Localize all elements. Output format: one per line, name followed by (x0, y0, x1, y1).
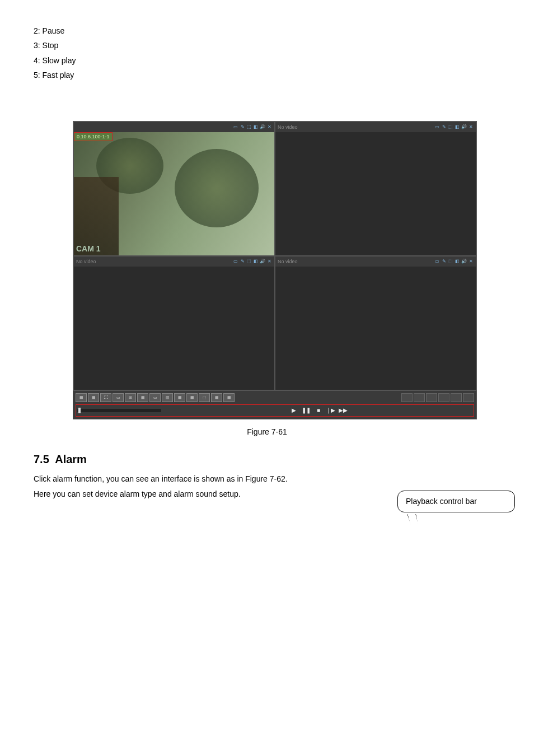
tool-icon[interactable]: ▭ (434, 124, 440, 130)
camera-label: CAM 1 (76, 244, 101, 253)
layout-preset-icon[interactable] (426, 393, 437, 402)
play-button[interactable]: ▶ (289, 406, 298, 415)
video-pane-1[interactable]: ▭ ✎ ⬚ ◧ 🔊 ✕ 0.10.6.100-1-1 (73, 122, 275, 256)
tool-icon[interactable]: ✎ (240, 259, 245, 264)
video-image (74, 132, 274, 255)
progress-knob[interactable] (78, 408, 81, 413)
layout-icon[interactable]: ▭ (113, 393, 124, 402)
pane-toolbar: ▭ ✎ ⬚ ◧ 🔊 ✕ (434, 124, 474, 130)
tool-icon[interactable]: ▭ (233, 259, 238, 264)
layout-icon[interactable]: ▦ (137, 393, 148, 402)
video-pane-4[interactable]: No video ▭ ✎ ⬚ ◧ 🔊 ✕ (275, 256, 476, 390)
layout-preset-icon[interactable] (401, 393, 413, 402)
ip-channel-label: 0.10.6.100-1-1 (74, 132, 113, 141)
video-pane-3[interactable]: No video ▭ ✎ ⬚ ◧ 🔊 ✕ (73, 256, 275, 390)
tool-icon[interactable]: 🔊 (260, 124, 265, 130)
tool-icon[interactable]: ⬚ (246, 259, 252, 264)
layout-preset-icon[interactable] (414, 393, 425, 402)
layout-icon[interactable]: ▥ (162, 393, 173, 402)
tool-icon[interactable]: 🔊 (260, 259, 265, 264)
pause-button[interactable]: ❚❚ (302, 406, 311, 415)
layout-icon[interactable]: ▦ (186, 393, 198, 402)
figure-caption: Figure 7-61 (34, 427, 500, 436)
body-paragraph: Click alarm function, you can see an int… (34, 473, 500, 486)
layout-icon[interactable]: ▦ (76, 393, 87, 402)
layout-icon[interactable]: ▦ (174, 393, 185, 402)
player-screenshot: ▭ ✎ ⬚ ◧ 🔊 ✕ 0.10.6.100-1-1 (73, 121, 477, 419)
tool-icon[interactable]: ▭ (233, 124, 238, 130)
close-icon[interactable]: ✕ (468, 259, 474, 264)
layout-preset-icon[interactable] (463, 393, 474, 402)
close-icon[interactable]: ✕ (468, 124, 474, 130)
video-pane-2[interactable]: No video ▭ ✎ ⬚ ◧ 🔊 ✕ (275, 122, 476, 256)
tool-icon[interactable]: ▭ (434, 259, 440, 264)
tool-icon[interactable]: ⬚ (448, 259, 453, 264)
tool-icon[interactable]: ⬚ (448, 124, 453, 130)
layout-icon[interactable]: ▭ (149, 393, 161, 402)
callout-text: Playback control bar (406, 497, 477, 506)
tool-icon[interactable]: ◧ (455, 124, 460, 130)
section-number: 7.5 (34, 453, 49, 465)
pane-toolbar: ▭ ✎ ⬚ ◧ 🔊 ✕ (233, 259, 272, 264)
list-item-pause: 2: Pause (34, 25, 500, 37)
tool-icon[interactable]: ✎ (441, 259, 447, 264)
pane-title: No video (278, 259, 434, 264)
tool-icon[interactable]: ◧ (253, 124, 259, 130)
section-heading: 7.5 Alarm (34, 453, 500, 466)
pane-title: No video (278, 124, 434, 130)
tool-icon[interactable]: 🔊 (461, 259, 467, 264)
pane-title: No video (76, 259, 233, 264)
list-item-slow: 4: Slow play (34, 54, 500, 67)
layout-preset-icon[interactable] (438, 393, 449, 402)
layout-icon[interactable]: ⛶ (100, 393, 111, 402)
close-icon[interactable]: ✕ (266, 124, 272, 130)
stop-button[interactable]: ■ (314, 406, 323, 415)
progress-slider[interactable] (77, 409, 161, 412)
slow-play-button[interactable]: ❘▶ (326, 406, 335, 415)
close-icon[interactable]: ✕ (266, 259, 272, 264)
fast-play-button[interactable]: ▶▶ (339, 406, 348, 415)
layout-preset-icon[interactable] (451, 393, 462, 402)
tool-icon[interactable]: ◧ (455, 259, 460, 264)
tool-icon[interactable]: ⬚ (246, 124, 252, 130)
layout-icon[interactable]: ▦ (211, 393, 222, 402)
layout-icon[interactable]: ⬚ (199, 393, 210, 402)
tool-icon[interactable]: ✎ (441, 124, 447, 130)
bottom-bar: ▦ ▦ ⛶ ▭ ⊞ ▦ ▭ ▥ ▦ ▦ ⬚ ▦ ▦ (73, 390, 476, 419)
playback-control-bar: ▶ ❚❚ ■ ❘▶ ▶▶ (76, 404, 474, 417)
right-layout-icons (401, 393, 474, 402)
pane-toolbar: ▭ ✎ ⬚ ◧ 🔊 ✕ (434, 259, 474, 264)
callout-tail (407, 514, 428, 526)
layout-icon[interactable]: ▦ (223, 393, 235, 402)
layout-icon[interactable]: ⊞ (125, 393, 136, 402)
layout-icon[interactable]: ▦ (88, 393, 99, 402)
tool-icon[interactable]: ✎ (240, 124, 245, 130)
section-title: Alarm (55, 453, 87, 465)
pane-toolbar: ▭ ✎ ⬚ ◧ 🔊 ✕ (233, 124, 272, 130)
tool-icon[interactable]: ◧ (253, 259, 259, 264)
list-item-fast: 5: Fast play (34, 69, 500, 81)
tool-icon[interactable]: 🔊 (461, 124, 467, 130)
list-item-stop: 3: Stop (34, 39, 500, 52)
callout-playback-bar: Playback control bar (397, 491, 515, 512)
